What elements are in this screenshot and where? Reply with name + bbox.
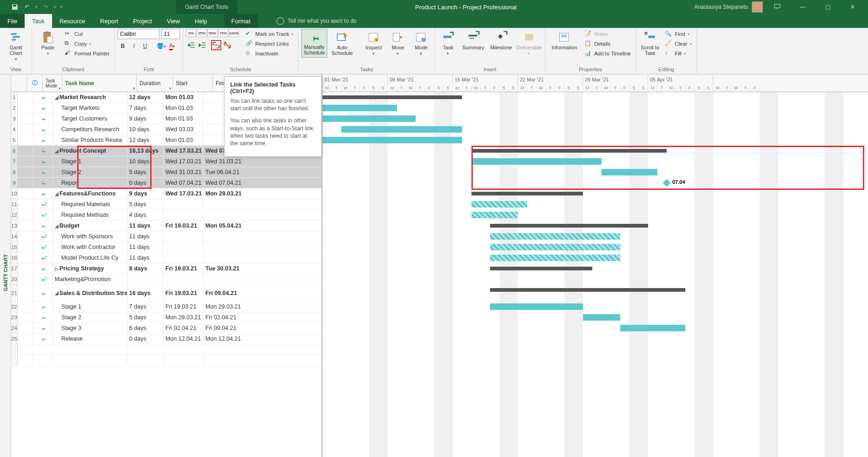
tab-file[interactable]: File: [0, 14, 25, 28]
cell-indicators[interactable]: [18, 231, 33, 242]
minimize-icon[interactable]: —: [792, 0, 813, 14]
cell-indicators[interactable]: [18, 242, 33, 252]
gantt-task-bar[interactable]: [471, 201, 527, 208]
cell-indicators[interactable]: [18, 334, 33, 344]
cell-finish[interactable]: [204, 253, 244, 263]
paste-button[interactable]: Paste▾: [35, 29, 61, 58]
task-row[interactable]: Stage 25 daysWed 31.03.21Tue 06.04.21: [18, 167, 321, 178]
cell-indicators[interactable]: [18, 312, 33, 323]
cell-task-name[interactable]: Required Materials: [53, 199, 127, 209]
tab-format[interactable]: Format: [224, 14, 258, 28]
header-task-name[interactable]: Task Name▾: [62, 74, 137, 92]
cell-start[interactable]: Fri 19.03.21: [164, 221, 204, 231]
gantt-chart-button[interactable]: Gantt Chart▾: [3, 29, 29, 63]
cell-start[interactable]: Wed 17.03.21: [164, 188, 204, 199]
copy-button[interactable]: ⧉Copy ▾: [63, 40, 112, 48]
gantt-milestone[interactable]: [663, 179, 671, 187]
fill-button[interactable]: ↓Fill ▾: [663, 49, 693, 58]
cell-task-mode[interactable]: [33, 146, 53, 156]
task-row[interactable]: Stage 25 daysMon 29.03.21Fri 02.04.21: [18, 312, 321, 323]
cell-task-name[interactable]: Similar Products Resea: [53, 135, 127, 145]
cell-task-name[interactable]: ◢Product Concept: [53, 146, 127, 156]
cell-task-mode[interactable]: [33, 124, 53, 134]
find-button[interactable]: 🔍Find ▾: [663, 30, 693, 38]
cell-start[interactable]: Wed 17.03.21: [164, 146, 204, 156]
cell-start[interactable]: [164, 253, 204, 263]
row-number[interactable]: 10: [11, 188, 17, 199]
row-number[interactable]: 4: [11, 124, 17, 135]
add-to-timeline-button[interactable]: 📊Add to Timeline: [583, 49, 633, 58]
bold-button[interactable]: B: [118, 41, 128, 51]
progress-100[interactable]: 100%: [229, 29, 239, 37]
cell-start[interactable]: [164, 231, 204, 242]
row-number[interactable]: 7: [11, 156, 17, 167]
cell-start[interactable]: Mon 01.03: [164, 114, 204, 124]
tab-task[interactable]: Task: [25, 14, 52, 28]
cell-task-name[interactable]: ◢Market Research: [53, 92, 127, 102]
row-number[interactable]: [11, 355, 17, 366]
gantt-task-bar[interactable]: [323, 105, 397, 111]
header-indicators[interactable]: ⓘ: [27, 74, 43, 92]
row-number[interactable]: [11, 344, 17, 355]
tab-resource[interactable]: Resource: [52, 14, 93, 28]
cell-task-mode[interactable]: [33, 188, 53, 199]
cell-finish[interactable]: Tue 06.04.21: [204, 167, 244, 177]
row-number[interactable]: 17: [11, 263, 17, 274]
cell-indicators[interactable]: [18, 146, 33, 156]
cell-start[interactable]: Wed 03.03: [164, 124, 204, 134]
scroll-to-task-button[interactable]: Scroll to Task: [639, 29, 661, 58]
cell-finish[interactable]: Fri 09.04.21: [204, 323, 244, 333]
insert-deliverable-button[interactable]: Deliverable▾: [516, 29, 542, 58]
row-number[interactable]: 8: [11, 167, 17, 178]
font-name-input[interactable]: [118, 29, 159, 39]
font-size-input[interactable]: [161, 29, 180, 39]
tab-project[interactable]: Project: [126, 14, 159, 28]
cell-duration[interactable]: 11 days: [127, 221, 164, 231]
gantt-task-bar[interactable]: [490, 244, 620, 250]
cell-duration[interactable]: 6 days: [127, 323, 164, 333]
task-row[interactable]: ◢Sales & Distribution Strategy16 daysFri…: [18, 285, 321, 302]
cell-indicators[interactable]: [18, 253, 33, 263]
qat-customize-icon[interactable]: ▾: [60, 4, 63, 10]
cell-task-name[interactable]: ▷Pricing Strategy: [53, 263, 127, 274]
cell-start[interactable]: Wed 31.03.21: [164, 167, 204, 177]
cell-start[interactable]: Mon 01.03: [164, 103, 204, 113]
gantt-summary-bar[interactable]: [490, 267, 592, 270]
cell-task-mode[interactable]: [33, 302, 53, 312]
information-button[interactable]: Information: [548, 29, 581, 52]
gantt-summary-bar[interactable]: [471, 192, 583, 195]
row-number[interactable]: 3: [11, 114, 17, 124]
inspect-button[interactable]: ? Inspect▾: [362, 29, 385, 58]
cell-start[interactable]: Mon 29.03.21: [164, 312, 204, 323]
task-row[interactable]: Release0 daysMon 12.04.21Mon 12.04.21: [18, 334, 321, 344]
view-side-label[interactable]: GANTT CHART: [0, 74, 11, 457]
close-icon[interactable]: ✕: [842, 0, 863, 14]
gantt-task-bar[interactable]: [602, 169, 657, 175]
task-row[interactable]: [18, 344, 321, 355]
cell-start[interactable]: [164, 199, 204, 209]
task-row[interactable]: [18, 355, 321, 366]
task-row[interactable]: ◢Features&Functions9 daysWed 17.03.21Mon…: [18, 188, 321, 199]
cell-indicators[interactable]: [18, 210, 33, 220]
undo-icon[interactable]: ↶: [21, 1, 33, 13]
gantt-task-bar[interactable]: [490, 303, 583, 310]
cell-start[interactable]: Fri 19.03.21: [164, 263, 204, 274]
cell-start[interactable]: Wed 17.03.21: [164, 156, 204, 167]
gantt-task-bar[interactable]: [471, 158, 602, 165]
task-row[interactable]: ?Required Materials5 days: [18, 199, 321, 210]
cell-start[interactable]: Fri 19.03.21: [164, 302, 204, 312]
cell-task-mode[interactable]: ?: [33, 210, 53, 220]
header-task-mode[interactable]: Task Mode▾: [43, 74, 62, 92]
cell-task-name[interactable]: ◢Features&Functions: [53, 188, 127, 199]
notes-button[interactable]: 📝Notes: [583, 30, 633, 38]
row-number[interactable]: 5: [11, 135, 17, 146]
details-button[interactable]: 📋Details: [583, 40, 633, 48]
task-row[interactable]: Stage 110 daysWed 17.03.21Wed 31.03.21: [18, 156, 321, 167]
cell-duration[interactable]: 12 days: [127, 135, 164, 145]
cell-finish[interactable]: Mon 29.03.21: [204, 188, 244, 199]
gantt-summary-bar[interactable]: [490, 224, 648, 228]
insert-task-button[interactable]: Task▾: [438, 29, 458, 58]
gantt-task-bar[interactable]: [620, 325, 685, 331]
cell-duration[interactable]: 0 days: [127, 334, 164, 344]
cell-duration[interactable]: 5 days: [127, 312, 164, 323]
